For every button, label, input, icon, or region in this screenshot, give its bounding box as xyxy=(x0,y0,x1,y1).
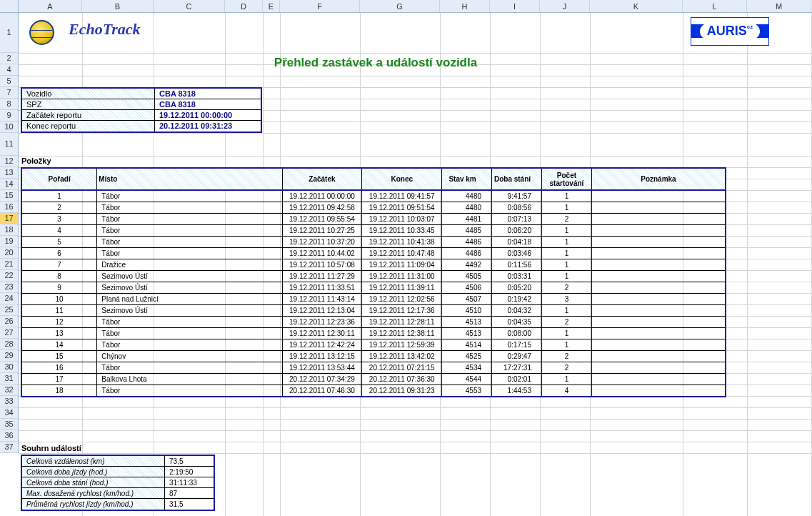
cell[interactable]: 4510 xyxy=(442,305,492,317)
row-header[interactable]: 11 xyxy=(0,133,18,156)
cell[interactable]: 4 xyxy=(21,225,97,237)
row-header[interactable]: 14 xyxy=(0,179,18,190)
col-header[interactable]: G xyxy=(360,0,440,12)
cell[interactable]: 0:06:20 xyxy=(492,225,542,237)
cell[interactable] xyxy=(591,271,726,282)
cell[interactable]: 4505 xyxy=(442,271,492,282)
row-header[interactable]: 20 xyxy=(0,247,18,259)
cell[interactable]: 2 xyxy=(541,282,591,294)
cell[interactable] xyxy=(591,351,726,362)
cell[interactable]: 0:05:20 xyxy=(492,282,542,294)
row-header[interactable]: 36 xyxy=(0,430,18,442)
row-header[interactable]: 19 xyxy=(0,236,18,247)
th-dur[interactable]: Doba stání xyxy=(492,168,542,190)
col-header[interactable]: L xyxy=(683,0,747,12)
cell[interactable]: 4506 xyxy=(442,282,492,294)
col-header[interactable]: M xyxy=(747,0,811,12)
cell[interactable]: 2 xyxy=(541,214,591,225)
cell[interactable]: 19.12.2011 10:03:07 xyxy=(362,214,442,225)
cell[interactable]: 9:41:57 xyxy=(492,190,542,202)
cell[interactable]: 0:08:00 xyxy=(492,328,542,339)
cell[interactable]: 1 xyxy=(541,271,591,282)
cell[interactable]: 10 xyxy=(21,294,97,305)
col-header[interactable]: H xyxy=(440,0,490,12)
row-header[interactable]: 17 xyxy=(0,213,18,224)
cell[interactable]: 2 xyxy=(541,351,591,362)
cell[interactable] xyxy=(591,225,726,237)
cell[interactable] xyxy=(591,294,726,305)
table-row[interactable]: 11Sezimovo Ústí19.12.2011 12:13:0419.12.… xyxy=(21,305,726,317)
cell[interactable]: 1 xyxy=(21,190,97,202)
select-all-corner[interactable] xyxy=(0,0,19,12)
cell[interactable]: Tábor xyxy=(97,190,282,202)
cell[interactable] xyxy=(591,202,726,214)
th-order[interactable]: Pořadí xyxy=(21,168,97,190)
row-header[interactable]: 23 xyxy=(0,282,18,293)
cell[interactable]: Tábor xyxy=(97,214,282,225)
cell[interactable]: Sezimovo Ústí xyxy=(97,282,282,294)
cell[interactable]: 1 xyxy=(541,248,591,259)
cell[interactable]: 4486 xyxy=(442,248,492,259)
table-row[interactable]: 10Planá nad Lužnicí19.12.2011 11:43:1419… xyxy=(21,294,726,305)
cell[interactable]: 14 xyxy=(21,339,97,351)
cell[interactable]: 4514 xyxy=(442,339,492,351)
cell[interactable]: 1 xyxy=(541,225,591,237)
cell[interactable]: 0:02:01 xyxy=(492,374,542,385)
col-header[interactable]: B xyxy=(82,0,154,12)
cell[interactable]: 19.12.2011 12:30:11 xyxy=(282,328,362,339)
cell[interactable]: 19.12.2011 09:41:57 xyxy=(362,190,442,202)
table-row[interactable]: 12Tábor19.12.2011 12:23:3619.12.2011 12:… xyxy=(21,317,726,328)
cell[interactable]: 19.12.2011 12:28:11 xyxy=(362,317,442,328)
row-header[interactable]: 30 xyxy=(0,362,18,373)
table-row[interactable]: 15Chýnov19.12.2011 13:12:1519.12.2011 13… xyxy=(21,351,726,362)
cell[interactable]: 3 xyxy=(21,214,97,225)
cell[interactable]: Tábor xyxy=(97,362,282,374)
cell[interactable]: 3 xyxy=(541,294,591,305)
cell[interactable]: 8 xyxy=(21,271,97,282)
cell[interactable]: 1 xyxy=(541,339,591,351)
cell[interactable]: 19.12.2011 13:12:15 xyxy=(282,351,362,362)
cell[interactable]: 19.12.2011 12:17:36 xyxy=(362,305,442,317)
table-row[interactable]: 16Tábor19.12.2011 13:53:4420.12.2011 07:… xyxy=(21,362,726,374)
cell[interactable]: 4553 xyxy=(442,385,492,397)
cell[interactable]: 20.12.2011 07:21:15 xyxy=(362,362,442,374)
cell[interactable]: Planá nad Lužnicí xyxy=(97,294,282,305)
cell[interactable]: 19.12.2011 11:09:04 xyxy=(362,259,442,271)
cell[interactable]: 4485 xyxy=(442,225,492,237)
cell[interactable] xyxy=(591,385,726,397)
cell[interactable]: 19.12.2011 12:38:11 xyxy=(362,328,442,339)
table-row[interactable]: 17Balkova Lhota20.12.2011 07:34:2920.12.… xyxy=(21,374,726,385)
row-header[interactable]: 2 xyxy=(0,53,18,64)
row-header[interactable]: 8 xyxy=(0,99,18,110)
cell[interactable]: 20.12.2011 07:46:30 xyxy=(282,385,362,397)
cell[interactable]: 19.12.2011 10:47:48 xyxy=(362,248,442,259)
col-header[interactable]: C xyxy=(154,0,225,12)
cell[interactable]: 20.12.2011 07:36:30 xyxy=(362,374,442,385)
cell[interactable]: 19.12.2011 09:51:54 xyxy=(362,202,442,214)
cell[interactable]: 19.12.2011 10:44:02 xyxy=(282,248,362,259)
cell[interactable]: Balkova Lhota xyxy=(97,374,282,385)
row-header[interactable]: 34 xyxy=(0,407,18,419)
cell[interactable]: 0:11:56 xyxy=(492,259,542,271)
table-row[interactable]: 7Dražice19.12.2011 10:57:0819.12.2011 11… xyxy=(21,259,726,271)
row-header[interactable]: 18 xyxy=(0,224,18,236)
row-header[interactable]: 21 xyxy=(0,259,18,270)
cell[interactable]: 0:17:15 xyxy=(492,339,542,351)
row-header[interactable]: 27 xyxy=(0,327,18,339)
cell[interactable]: 17:27:31 xyxy=(492,362,542,374)
cell[interactable]: 19.12.2011 10:33:45 xyxy=(362,225,442,237)
cell[interactable]: 0:19:42 xyxy=(492,294,542,305)
table-row[interactable]: 1Tábor19.12.2011 00:00:0019.12.2011 09:4… xyxy=(21,190,726,202)
cell[interactable]: 19.12.2011 13:42:02 xyxy=(362,351,442,362)
table-row[interactable]: 14Tábor19.12.2011 12:42:2419.12.2011 12:… xyxy=(21,339,726,351)
col-header[interactable]: K xyxy=(590,0,683,12)
cell[interactable]: 12 xyxy=(21,317,97,328)
cell[interactable]: 18 xyxy=(21,385,97,397)
cell[interactable]: 0:03:46 xyxy=(492,248,542,259)
cell[interactable]: 20.12.2011 07:34:29 xyxy=(282,374,362,385)
row-header[interactable]: 9 xyxy=(0,110,18,121)
th-start[interactable]: Začátek xyxy=(282,168,362,190)
cell[interactable]: 0:04:35 xyxy=(492,317,542,328)
cell[interactable]: 19.12.2011 13:53:44 xyxy=(282,362,362,374)
table-row[interactable]: 2Tábor19.12.2011 09:42:5819.12.2011 09:5… xyxy=(21,202,726,214)
